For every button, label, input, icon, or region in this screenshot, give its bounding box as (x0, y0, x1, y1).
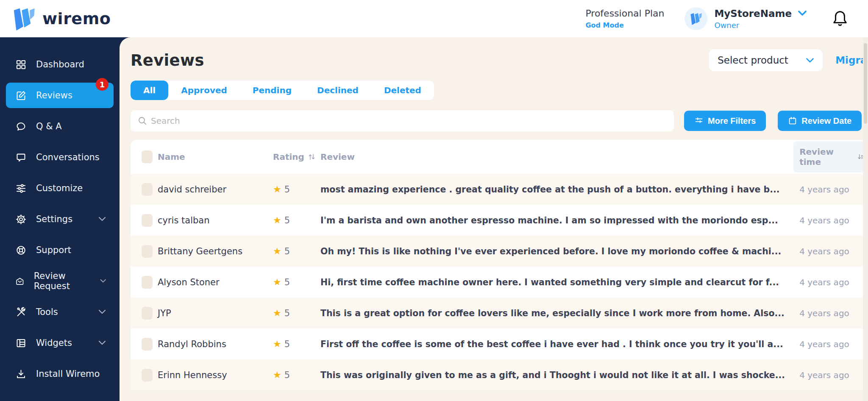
row-checkbox[interactable] (142, 245, 153, 258)
reviewer-name: JYP (158, 308, 273, 318)
rating-value: 5 (284, 339, 290, 349)
table-header-row: Name Rating Review Review time (131, 140, 868, 174)
review-text[interactable]: Oh my! This is like nothing I've ever ex… (320, 246, 799, 256)
review-time: 4 years ago (799, 277, 868, 287)
row-checkbox[interactable] (142, 183, 153, 196)
store-name: MyStoreName (714, 8, 792, 19)
notification-bell-button[interactable] (832, 9, 849, 28)
table-row[interactable]: Alyson Stoner ★5 Hi, first time coffee m… (131, 267, 868, 298)
sidebar-item-install-wiremo[interactable]: Install Wiremo (6, 361, 114, 387)
sidebar-item-tools[interactable]: Tools (6, 299, 114, 325)
row-checkbox[interactable] (142, 338, 153, 351)
product-select-dropdown[interactable]: Select product (709, 49, 823, 71)
sidebar-item-settings[interactable]: Settings (6, 206, 114, 232)
column-header-review: Review (320, 152, 799, 162)
review-time: 4 years ago (799, 370, 868, 380)
tab-pending[interactable]: Pending (240, 81, 304, 100)
review-date-button[interactable]: Review Date (778, 111, 862, 131)
tab-approved[interactable]: Approved (168, 81, 240, 100)
page-scrollbar[interactable] (863, 37, 868, 401)
table-row[interactable]: david schreiber ★5 most amazing experien… (131, 174, 868, 205)
dashboard-icon (15, 59, 27, 70)
review-text[interactable]: First off the coffee is some of the best… (320, 339, 799, 349)
more-filters-button[interactable]: More Filters (684, 111, 766, 131)
sidebar-item-label: Customize (36, 183, 83, 193)
sidebar-item-label: Install Wiremo (36, 369, 100, 379)
table-row[interactable]: JYP ★5 This is a great option for coffee… (131, 298, 868, 329)
calendar-icon (788, 116, 797, 125)
chevron-down-icon (98, 309, 106, 315)
sidebar-item-conversations[interactable]: Conversations (6, 145, 114, 170)
active-sort-highlight: Review time (793, 141, 868, 173)
table-row[interactable]: cyris talban ★5 I'm a barista and own an… (131, 205, 868, 236)
tab-all[interactable]: All (131, 81, 168, 100)
review-time: 4 years ago (799, 308, 868, 318)
tab-declined[interactable]: Declined (304, 81, 371, 100)
more-filters-label: More Filters (708, 116, 756, 126)
mail-request-icon (15, 276, 25, 287)
star-icon: ★ (273, 278, 281, 287)
filter-sliders-icon (694, 116, 704, 125)
review-time: 4 years ago (799, 184, 868, 195)
star-icon: ★ (273, 216, 281, 225)
table-row[interactable]: Randyl Robbins ★5 First off the coffee i… (131, 329, 868, 359)
sidebar-item-qa[interactable]: Q & A (6, 114, 114, 139)
column-header-review-time[interactable]: Review time (799, 141, 868, 173)
reviewer-name: Erinn Hennessy (158, 370, 273, 380)
sidebar-item-dashboard[interactable]: Dashboard (6, 52, 114, 77)
table-row[interactable]: Brittany Geertgens ★5 Oh my! This is lik… (131, 236, 868, 267)
review-time: 4 years ago (799, 215, 868, 226)
avatar-logo-icon (690, 12, 702, 25)
row-checkbox[interactable] (142, 369, 153, 382)
search-icon (137, 116, 147, 126)
rating-value: 5 (284, 184, 290, 195)
sidebar: Dashboard Reviews 1 Q & A Conversations (0, 37, 120, 401)
sidebar-item-label: Q & A (36, 121, 62, 131)
sliders-icon (15, 183, 27, 194)
top-header: wiremo Professional Plan God Mode MyStor… (0, 0, 868, 37)
row-checkbox[interactable] (142, 276, 153, 289)
plan-mode-link[interactable]: God Mode (585, 21, 664, 29)
reviewer-name: Alyson Stoner (158, 277, 273, 287)
sidebar-item-label: Review Request (34, 271, 91, 291)
row-checkbox[interactable] (142, 214, 153, 227)
sidebar-item-support[interactable]: Support (6, 237, 114, 263)
column-label: Name (158, 152, 185, 162)
scrollbar-thumb[interactable] (864, 43, 867, 124)
sidebar-item-label: Conversations (36, 152, 100, 162)
column-label: Review time (799, 147, 854, 167)
review-text[interactable]: Hi, first time coffee machine owner here… (320, 277, 799, 287)
review-text[interactable]: This is a great option for coffee lovers… (320, 308, 799, 318)
download-icon (15, 368, 27, 380)
sidebar-item-customize[interactable]: Customize (6, 175, 114, 201)
review-text[interactable]: most amazing experience . great quality … (320, 184, 799, 195)
chevron-down-icon[interactable] (798, 10, 807, 17)
account-menu[interactable]: MyStoreName Owner (684, 7, 807, 30)
sidebar-item-label: Tools (36, 307, 58, 317)
bell-icon (832, 9, 849, 27)
reviewer-name: Randyl Robbins (158, 339, 273, 349)
sidebar-item-review-request[interactable]: Review Request (6, 268, 114, 294)
chevron-down-icon (100, 278, 106, 284)
column-header-name: Name (158, 152, 273, 162)
star-icon: ★ (273, 185, 281, 194)
column-label: Rating (273, 152, 304, 162)
search-input[interactable] (131, 110, 674, 131)
sidebar-item-reviews[interactable]: Reviews 1 (6, 83, 114, 108)
tools-icon (15, 306, 27, 318)
column-label: Review (320, 152, 355, 162)
avatar[interactable] (684, 7, 707, 30)
table-row[interactable]: Erinn Hennessy ★5 This was originally gi… (131, 359, 868, 390)
review-time: 4 years ago (799, 339, 868, 349)
review-text[interactable]: This was originally given to me as a gif… (320, 370, 799, 380)
star-icon: ★ (273, 247, 281, 256)
sidebar-item-label: Dashboard (36, 59, 84, 70)
column-header-rating[interactable]: Rating (273, 152, 320, 162)
sidebar-item-widgets[interactable]: Widgets (6, 330, 114, 356)
tab-deleted[interactable]: Deleted (371, 81, 434, 100)
brand[interactable]: wiremo (12, 7, 111, 31)
reviewer-name: Brittany Geertgens (158, 246, 273, 256)
row-checkbox[interactable] (142, 307, 153, 320)
review-text[interactable]: I'm a barista and own another espresso m… (320, 215, 799, 226)
select-all-checkbox[interactable] (142, 150, 153, 163)
